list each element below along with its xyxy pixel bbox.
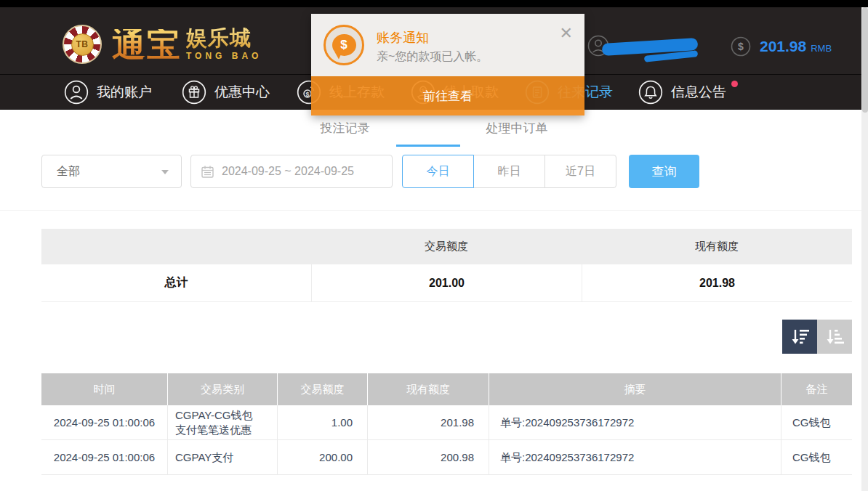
nav-label: 信息公告 [671,83,726,102]
summary-total-label: 总计 [41,264,311,301]
svg-text:$: $ [738,41,744,52]
section-divider [0,210,868,211]
cell-balance: 200.98 [367,440,489,474]
cell-type: CGPAY-CG钱包支付笔笔送优惠 [167,405,277,439]
query-button[interactable]: 查询 [629,155,699,188]
scrollbar-thumb[interactable] [862,7,868,113]
bubble-tail [333,52,342,60]
cell-time: 2024-09-25 01:00:06 [41,440,167,474]
type-select[interactable]: 全部 [41,155,182,188]
summary-total-row: 总计 201.00 201.98 [41,264,852,302]
nav-item-promotions[interactable]: 优惠中心 [182,75,270,110]
notification-popup: $ 账务通知 亲~您的款项已入帐。 ✕ 前往查看 [311,14,584,115]
cell-type-text: CGPAY支付 [175,450,233,465]
summary-table: 交易额度 现有额度 总计 201.00 201.98 [41,229,852,302]
logo-title-main: 通宝 [112,29,182,61]
balance-amount: 201.98 [760,38,806,55]
scrollbar-track[interactable] [861,7,868,491]
col-header-amount: 交易额度 [277,373,367,405]
sort-ascending-button[interactable] [817,320,852,354]
notification-title: 账务通知 [377,29,429,46]
cell-amount: 200.00 [277,440,367,474]
bell-icon [638,80,663,105]
cell-summary: 单号:202409253736172972 [489,405,781,439]
cell-time: 2024-09-25 01:00:06 [41,405,167,439]
date-range-value: 2024-09-25 ~ 2024-09-25 [222,165,354,178]
chip-tb-label: TB [71,33,94,56]
col-header-balance: 现有额度 [367,373,489,405]
today-button[interactable]: 今日 [402,155,474,188]
notification-message: 亲~您的款项已入帐。 [377,49,488,65]
notification-body: $ 账务通知 亲~您的款项已入帐。 ✕ [311,14,584,76]
table-row[interactable]: 2024-09-25 01:00:06 CGPAY-CG钱包支付笔笔送优惠 1.… [41,405,852,440]
top-strip [0,0,868,7]
last7days-button[interactable]: 近7日 [544,155,616,188]
col-header-summary: 摘要 [489,373,781,405]
col-header-note: 备注 [781,373,852,405]
dollar-glyph: $ [340,38,347,52]
yesterday-button[interactable]: 昨日 [473,155,545,188]
sort-descending-icon [789,328,810,346]
money-message-icon: $ [324,25,364,65]
cell-balance: 201.98 [367,405,489,439]
chevron-down-icon [161,170,169,174]
transactions-table: 时间 交易类别 交易额度 现有额度 摘要 备注 2024-09-25 01:00… [41,373,852,475]
quick-date-group: 今日 昨日 近7日 [402,155,616,188]
cell-type-text: CGPAY-CG钱包支付笔笔送优惠 [175,408,255,437]
dollar-coin-icon: $ [731,36,751,57]
gift-icon [182,80,206,105]
nav-item-my-account[interactable]: 我的账户 [64,75,152,110]
balance-area[interactable]: $ 201.98 RMB [731,36,832,57]
table-header-row: 时间 交易类别 交易额度 现有额度 摘要 备注 [41,373,852,405]
col-header-type: 交易类别 [167,373,277,405]
col-header-time: 时间 [41,373,167,405]
casino-chip-icon: TB [63,25,102,64]
type-select-value: 全部 [57,164,80,179]
cell-note: CG钱包 [781,405,852,439]
svg-text:$: $ [305,91,309,98]
logo-subtitle: TONG BAO [186,51,262,61]
sort-descending-button[interactable] [782,320,817,354]
cell-note: CG钱包 [781,440,852,474]
dollar-bubble-icon: $ [332,34,356,56]
summary-header-row: 交易额度 现有额度 [41,229,852,264]
nav-label: 我的账户 [97,83,152,102]
summary-total-balance: 201.98 [582,264,852,301]
logo-title-sub: 娱乐城 [186,28,262,49]
summary-header-empty [41,229,311,264]
sort-ascending-icon [824,328,845,346]
cell-amount: 1.00 [277,405,367,439]
account-icon [64,80,89,105]
site-logo[interactable]: TB 通宝 娱乐城 TONG BAO [63,25,262,64]
balance-currency: RMB [811,43,832,54]
nav-item-announcements[interactable]: 信息公告 [638,75,726,110]
page: TB 通宝 娱乐城 TONG BAO $ [0,0,868,491]
calendar-icon [201,165,214,179]
sort-controls [782,320,852,354]
logo-text: 通宝 娱乐城 TONG BAO [112,28,262,61]
username-area[interactable] [587,35,711,64]
close-icon[interactable]: ✕ [560,25,573,41]
summary-total-transaction: 201.00 [311,264,582,301]
cell-type: CGPAY支付 [167,440,277,474]
cell-summary: 单号:202409253736172972 [489,440,781,474]
date-range-input[interactable]: 2024-09-25 ~ 2024-09-25 [190,155,393,188]
summary-header-balance: 现有额度 [582,229,852,264]
nav-label: 优惠中心 [214,83,270,102]
notification-dot [731,81,738,87]
table-row[interactable]: 2024-09-25 01:00:06 CGPAY支付 200.00 200.9… [41,440,852,475]
summary-header-transaction: 交易额度 [311,229,582,264]
go-view-button[interactable]: 前往查看 [311,76,584,115]
